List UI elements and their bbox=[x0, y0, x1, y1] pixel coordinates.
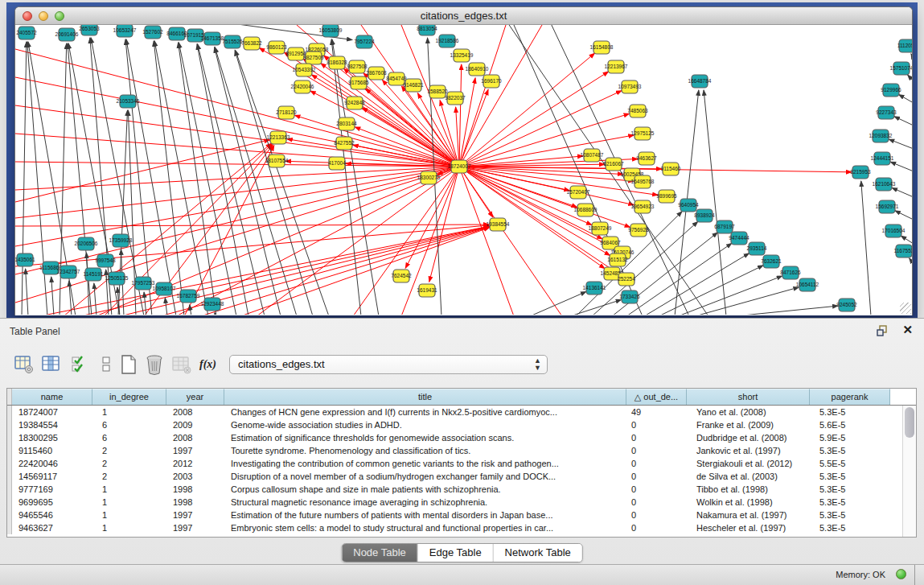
table-cell[interactable]: Nakamura et al. (1997) bbox=[687, 509, 810, 521]
table-row[interactable]: 1456911722003Disruption of a novel membe… bbox=[7, 470, 902, 483]
tab-edge-table[interactable]: Edge Table bbox=[418, 544, 494, 562]
tab-network-table[interactable]: Network Table bbox=[494, 544, 582, 562]
table-column-icon[interactable] bbox=[42, 354, 61, 375]
table-cell[interactable]: 9115460 bbox=[12, 444, 92, 457]
table-cell[interactable]: Stergiakouli et al. (2012) bbox=[687, 457, 810, 470]
table-cell[interactable]: 5.6E-5 bbox=[810, 418, 890, 431]
delete-trash-icon[interactable] bbox=[145, 354, 164, 375]
table-cell[interactable]: Tourette syndrome. Phenomenology and cla… bbox=[224, 444, 626, 457]
table-cell[interactable]: 14569117 bbox=[12, 470, 92, 483]
table-cell[interactable]: 1 bbox=[92, 521, 166, 534]
table-cell[interactable]: 1997 bbox=[166, 444, 224, 457]
float-panel-icon[interactable] bbox=[876, 324, 889, 337]
table-cell[interactable]: 2008 bbox=[166, 406, 224, 418]
table-cell[interactable]: 2003 bbox=[166, 470, 224, 483]
table-cell[interactable]: Dudbridge et al. (2008) bbox=[687, 431, 810, 444]
table-cell[interactable]: 2009 bbox=[166, 418, 224, 431]
delete-table-icon[interactable] bbox=[172, 354, 191, 375]
table-cell[interactable]: 0 bbox=[626, 470, 687, 483]
table-cell[interactable]: 0 bbox=[626, 457, 687, 470]
scrollbar-thumb[interactable] bbox=[905, 407, 914, 438]
table-cell[interactable]: 2 bbox=[92, 470, 166, 483]
network-view-window[interactable]: citations_edges.txt 24055722069140626530… bbox=[14, 6, 913, 315]
table-cell[interactable]: 0 bbox=[626, 483, 687, 496]
column-header-year[interactable]: year bbox=[166, 389, 224, 405]
table-cell[interactable]: 9463627 bbox=[12, 521, 92, 534]
new-document-icon[interactable] bbox=[119, 354, 138, 375]
table-row[interactable]: 1830029562008Estimation of significance … bbox=[7, 431, 902, 444]
close-panel-icon[interactable]: ✕ bbox=[902, 323, 913, 337]
table-cell[interactable]: 5.3E-5 bbox=[810, 470, 890, 483]
tab-node-table[interactable]: Node Table bbox=[342, 544, 418, 562]
column-header-name[interactable]: name bbox=[12, 389, 92, 405]
table-cell[interactable]: 9777169 bbox=[12, 483, 92, 496]
table-cell[interactable]: Changes of HCN gene expression and I(f) … bbox=[224, 406, 626, 418]
network-graph-canvas[interactable]: 2405572206914062653053106532471527602846… bbox=[15, 25, 912, 315]
table-cell[interactable]: Disruption of a novel member of a sodium… bbox=[224, 470, 626, 483]
resize-grip-icon[interactable] bbox=[900, 303, 911, 314]
table-cell[interactable]: Genome-wide association studies in ADHD. bbox=[224, 418, 626, 431]
column-header-pagerank[interactable]: pagerank bbox=[810, 389, 890, 405]
table-row[interactable]: 977716911998Corpus callosum shape and si… bbox=[7, 483, 902, 496]
table-cell[interactable]: 0 bbox=[626, 521, 687, 534]
table-row[interactable]: 2242004622012Investigating the contribut… bbox=[7, 457, 902, 470]
network-graph[interactable]: 2405572206914062653053106532471527602846… bbox=[15, 25, 912, 315]
table-cell[interactable]: 6 bbox=[92, 431, 166, 444]
table-cell[interactable]: de Silva et al. (2003) bbox=[687, 470, 810, 483]
column-header-out_de[interactable]: △ out_de... bbox=[626, 389, 687, 405]
table-cell[interactable]: 1 bbox=[92, 483, 166, 496]
table-cell[interactable]: 19384554 bbox=[12, 418, 92, 431]
table-cell[interactable]: 6 bbox=[92, 418, 166, 431]
table-cell[interactable]: 2008 bbox=[166, 431, 224, 444]
table-cell[interactable]: 5.3E-5 bbox=[810, 483, 890, 496]
network-window-titlebar[interactable]: citations_edges.txt bbox=[15, 7, 912, 25]
table-cell[interactable]: 1 bbox=[92, 509, 166, 521]
table-cell[interactable]: Estimation of the future numbers of pati… bbox=[224, 509, 626, 521]
table-cell[interactable]: 9699695 bbox=[12, 496, 92, 509]
table-cell[interactable]: Franke et al. (2009) bbox=[687, 418, 810, 431]
table-selector-dropdown[interactable]: citations_edges.txt ▲▼ bbox=[229, 355, 548, 374]
table-cell[interactable]: Tibbo et al. (1998) bbox=[687, 483, 810, 496]
table-row[interactable]: 946554611997Estimation of the future num… bbox=[7, 509, 902, 521]
table-row[interactable]: 1938455462009Genome-wide association stu… bbox=[7, 418, 902, 431]
select-all-icon[interactable] bbox=[71, 354, 90, 375]
table-cell[interactable]: 2012 bbox=[166, 457, 224, 470]
table-cell[interactable]: 5.5E-5 bbox=[810, 457, 890, 470]
table-cell[interactable]: Jankovic et al. (1997) bbox=[687, 444, 810, 457]
table-row[interactable]: 911546021997Tourette syndrome. Phenomeno… bbox=[7, 444, 902, 457]
zoom-window-icon[interactable] bbox=[55, 11, 64, 21]
table-cell[interactable]: Yano et al. (2008) bbox=[687, 406, 810, 418]
table-cell[interactable]: 5.3E-5 bbox=[810, 496, 890, 509]
table-cell[interactable]: 5.3E-5 bbox=[810, 521, 890, 534]
table-cell[interactable]: 1 bbox=[92, 406, 166, 418]
minimize-window-icon[interactable] bbox=[39, 11, 48, 21]
table-cell[interactable]: 1997 bbox=[166, 509, 224, 521]
column-header-title[interactable]: title bbox=[224, 389, 626, 405]
table-settings-icon[interactable] bbox=[14, 354, 34, 375]
table-row[interactable]: 969969511998Structural magnetic resonanc… bbox=[7, 496, 902, 509]
table-cell[interactable]: 18724007 bbox=[12, 406, 92, 418]
table-cell[interactable]: Wolkin et al. (1998) bbox=[687, 496, 810, 509]
table-cell[interactable]: 2 bbox=[92, 457, 166, 470]
table-scrollbar[interactable] bbox=[902, 406, 916, 537]
table-cell[interactable]: 0 bbox=[626, 509, 687, 521]
table-cell[interactable]: Estimation of significance thresholds fo… bbox=[224, 431, 626, 444]
table-cell[interactable]: 1997 bbox=[166, 521, 224, 534]
table-cell[interactable]: 2 bbox=[92, 444, 166, 457]
table-cell[interactable]: 9465546 bbox=[12, 509, 92, 521]
table-cell[interactable]: 0 bbox=[626, 418, 687, 431]
table-cell[interactable]: 1 bbox=[92, 496, 166, 509]
close-window-icon[interactable] bbox=[23, 11, 32, 21]
table-cell[interactable]: 0 bbox=[626, 444, 687, 457]
table-cell[interactable]: 5.3E-5 bbox=[810, 509, 890, 521]
table-cell[interactable]: 5.3E-5 bbox=[810, 444, 890, 457]
table-cell[interactable]: 0 bbox=[626, 496, 687, 509]
table-row[interactable]: 1872400712008Changes of HCN gene express… bbox=[7, 406, 902, 418]
table-cell[interactable]: Embryonic stem cells: a model to study s… bbox=[224, 521, 626, 534]
unselect-rows-icon[interactable] bbox=[98, 354, 117, 375]
table-cell[interactable]: 1998 bbox=[166, 496, 224, 509]
column-header-in_degree[interactable]: in_degree bbox=[92, 389, 166, 405]
table-cell[interactable]: 1998 bbox=[166, 483, 224, 496]
table-cell[interactable]: 18300295 bbox=[12, 431, 92, 444]
function-builder-icon[interactable]: f(x) bbox=[199, 354, 219, 375]
